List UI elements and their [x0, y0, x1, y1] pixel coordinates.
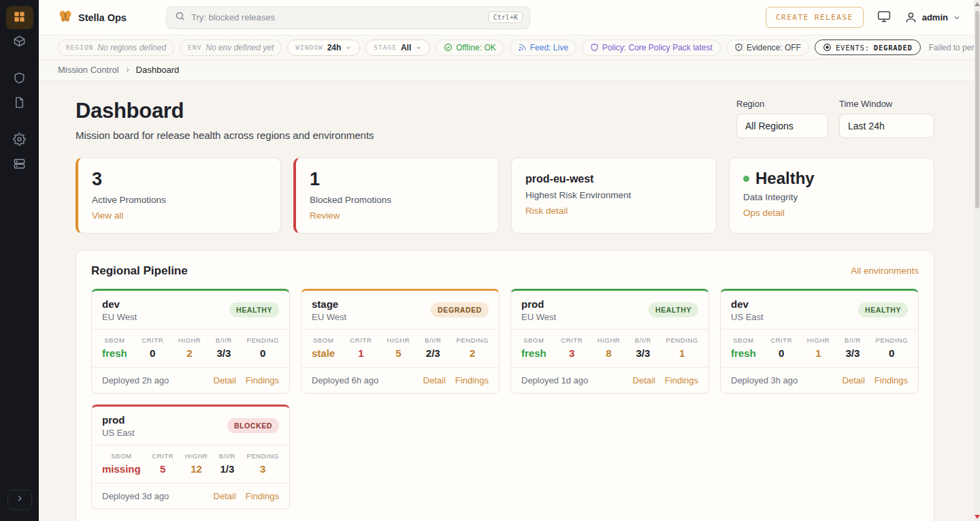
sidebar-item-dashboard[interactable] — [6, 6, 33, 29]
sidebar-item-policies[interactable] — [6, 67, 33, 91]
view-all-link[interactable]: View all — [92, 210, 123, 221]
search-input[interactable] — [191, 12, 483, 22]
breadcrumb: Mission Control Dashboard — [39, 60, 980, 81]
brand[interactable]: Stella Ops — [58, 9, 127, 27]
sbom-value: stale — [312, 347, 335, 359]
sbom-value: fresh — [731, 347, 756, 359]
env-region: US East — [102, 428, 135, 438]
env-filter-pill[interactable]: ENV No env defined yet — [180, 40, 282, 56]
risk-detail-link[interactable]: Risk detail — [525, 206, 568, 216]
findings-link[interactable]: Findings — [246, 375, 279, 385]
chevron-right-icon — [124, 66, 131, 74]
col-bir: B/I/R — [219, 452, 235, 460]
scroll-down-arrow-icon[interactable] — [975, 515, 980, 519]
status-badge: HEALTHY — [649, 302, 698, 317]
scrollbar-thumb[interactable] — [975, 11, 979, 208]
pipeline-card-footer: Deployed 6h ago Detail Findings — [301, 368, 499, 393]
pipeline-card-footer: Deployed 3h ago Detail Findings — [721, 368, 918, 393]
col-pending: PENDING — [875, 336, 907, 344]
col-bir: B/I/R — [635, 336, 651, 344]
page-title: Dashboard — [76, 99, 374, 123]
region-filter-select[interactable]: All Regions — [736, 114, 828, 138]
findings-link[interactable]: Findings — [875, 375, 908, 385]
col-sbom: SBOM — [102, 452, 141, 460]
region-filter-pill[interactable]: REGION No regions defined — [58, 40, 174, 56]
detail-link[interactable]: Detail — [843, 375, 865, 385]
stats-row: 3 Active Promotions View all 1 Blocked P… — [76, 157, 934, 234]
all-environments-link[interactable]: All environments — [851, 266, 919, 276]
chevron-down-icon — [345, 44, 352, 51]
stat-card-blocked-promotions: 1 Blocked Promotions Review — [293, 157, 499, 234]
user-menu[interactable]: admin — [904, 11, 961, 24]
col-critr: CRITR — [770, 336, 792, 344]
sidebar — [0, 0, 39, 521]
findings-link[interactable]: Findings — [665, 375, 698, 385]
col-pending: PENDING — [246, 336, 278, 344]
review-link[interactable]: Review — [310, 210, 340, 221]
blocked-promotions-label: Blocked Promotions — [310, 195, 485, 205]
pipeline-card-dev-us-east: dev US East HEALTHY SBOMfresh CRITR0 HIG… — [720, 289, 919, 394]
pipeline-title: Regional Pipeline — [91, 264, 188, 278]
scrollbar[interactable] — [974, 0, 980, 521]
detail-link[interactable]: Detail — [214, 491, 236, 501]
deployed-ago: Deployed 3h ago — [731, 375, 798, 385]
page-title-block: Dashboard Mission board for release heal… — [76, 99, 374, 141]
server-icon — [13, 157, 26, 173]
main-content: Dashboard Mission board for release heal… — [39, 81, 980, 521]
content-area: Stella Ops Ctrl+K CREATE RELEASE ad — [39, 0, 980, 521]
pipeline-panel-header: Regional Pipeline All environments — [91, 264, 919, 278]
sidebar-item-systems[interactable] — [6, 153, 33, 176]
feed-status-chip[interactable]: Feed: Live — [510, 40, 576, 56]
time-window-filter-select[interactable]: Last 24h — [839, 114, 934, 138]
env-name: dev — [731, 298, 764, 310]
active-promotions-label: Active Promotions — [92, 195, 267, 205]
dashboard-grid-icon — [13, 10, 26, 26]
highest-risk-env-label: Highest Risk Environment — [525, 190, 702, 200]
findings-link[interactable]: Findings — [246, 491, 279, 501]
document-icon — [13, 96, 26, 112]
stat-card-highest-risk-env: prod-eu-west Highest Risk Environment Ri… — [511, 157, 717, 234]
target-icon — [823, 43, 832, 52]
pipeline-card-dev-eu-west: dev EU West HEALTHY SBOMfresh CRITR0 HIG… — [91, 289, 290, 394]
env-pill-value: No env defined yet — [206, 43, 274, 52]
deployed-ago: Deployed 3d ago — [102, 491, 169, 501]
status-badge: HEALTHY — [858, 302, 908, 317]
env-name: dev — [102, 298, 137, 310]
pipeline-card-prod-us-east: prod US East BLOCKED SBOMmissing CRITR5 … — [91, 405, 290, 509]
chevron-down-icon — [953, 14, 961, 22]
region-pill-label: REGION — [66, 44, 93, 51]
sidebar-item-reports[interactable] — [6, 92, 33, 115]
sidebar-item-settings[interactable] — [6, 129, 33, 152]
sidebar-item-releases[interactable] — [6, 31, 33, 54]
evidence-status-chip[interactable]: Evidence: OFF — [726, 40, 809, 56]
bir-value: 3/3 — [216, 347, 232, 359]
events-status-pill[interactable]: EVENTS: DEGRADED — [815, 40, 921, 55]
detail-link[interactable]: Detail — [633, 375, 655, 385]
findings-link[interactable]: Findings — [455, 375, 489, 385]
stage-filter-pill[interactable]: STAGE All — [365, 40, 430, 56]
rss-icon — [518, 43, 527, 52]
col-bir: B/I/R — [425, 336, 441, 344]
detail-link[interactable]: Detail — [214, 375, 236, 385]
global-search[interactable]: Ctrl+K — [166, 6, 530, 29]
display-mode-button[interactable] — [877, 10, 891, 26]
critr-value: 1 — [350, 347, 372, 359]
pending-value: 0 — [246, 347, 278, 359]
highr-value: 2 — [178, 347, 201, 359]
col-sbom: SBOM — [731, 336, 756, 344]
context-warning-text: Failed to persist global context prefere… — [929, 43, 980, 52]
create-release-button[interactable]: CREATE RELEASE — [766, 7, 864, 28]
policy-status-chip[interactable]: Policy: Core Policy Pack latest — [582, 40, 721, 56]
highr-value: 12 — [185, 463, 208, 475]
env-name: prod — [102, 414, 135, 426]
scroll-up-arrow-icon[interactable] — [975, 2, 980, 6]
shield-icon — [13, 72, 26, 87]
col-highr: HIGHR — [387, 336, 410, 344]
window-filter-pill[interactable]: WINDOW 24h — [287, 40, 360, 56]
offline-status-chip[interactable]: Offline: OK — [436, 40, 504, 56]
breadcrumb-mission-control[interactable]: Mission Control — [58, 65, 119, 75]
sidebar-expand-button[interactable] — [7, 490, 32, 510]
ops-detail-link[interactable]: Ops detail — [743, 208, 785, 218]
detail-link[interactable]: Detail — [423, 375, 446, 385]
col-pending: PENDING — [666, 336, 698, 344]
